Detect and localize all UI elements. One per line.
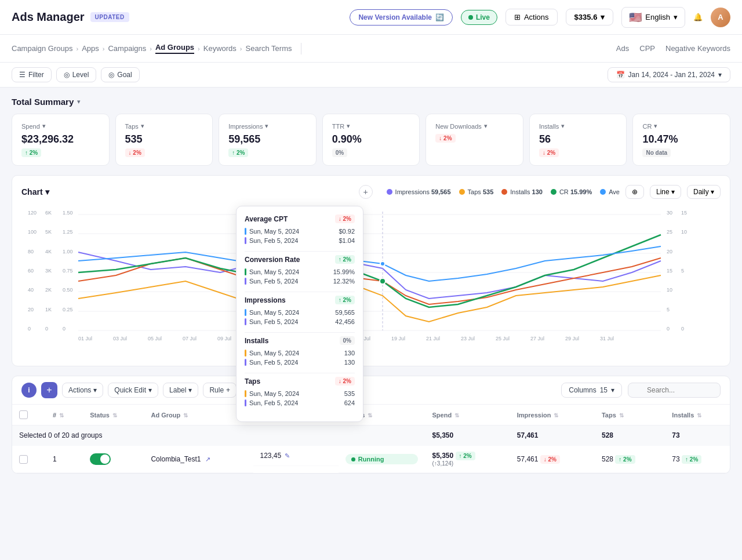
chart-chevron-icon[interactable]: ▾	[45, 187, 49, 197]
search-input[interactable]	[628, 383, 721, 398]
svg-text:29 Jul: 29 Jul	[565, 336, 579, 341]
tooltip-bar-green	[245, 268, 246, 275]
breadcrumb-ad-groups[interactable]: Ad Groups	[155, 43, 194, 54]
level-label: Level	[72, 71, 89, 79]
downloads-chevron-icon[interactable]: ▾	[484, 122, 488, 130]
svg-text:31 Jul: 31 Jul	[600, 336, 614, 341]
add-button[interactable]: +	[41, 382, 57, 398]
row-taps: 528 ↑ 2%	[595, 446, 665, 473]
breadcrumb-campaign-groups[interactable]: Campaign Groups	[12, 44, 73, 53]
installs-chevron-icon[interactable]: ▾	[561, 122, 565, 130]
select-all-checkbox[interactable]	[19, 410, 28, 419]
header-left: Ads Manager UPDATED	[12, 10, 129, 24]
impressions-chevron-icon[interactable]: ▾	[265, 122, 268, 130]
goal-button[interactable]: ◎ Goal	[101, 67, 139, 82]
col-status-toggle: Status ⇅	[83, 405, 144, 426]
sort-num-icon[interactable]: ⇅	[59, 412, 64, 419]
external-link-icon[interactable]: ↗	[205, 456, 210, 463]
chart-section: Chart ▾ + Impressions 59,565 Taps 535	[12, 175, 730, 366]
new-version-button[interactable]: New Version Available 🔄	[350, 9, 453, 26]
col-taps: Taps ⇅	[595, 405, 665, 426]
svg-point-56	[380, 278, 385, 284]
line-view-button[interactable]: Line ▾	[650, 185, 681, 199]
running-dot	[351, 457, 355, 461]
table-actions-label: Actions	[68, 386, 91, 394]
actions-button[interactable]: ⊞ Actions	[505, 9, 558, 26]
notification-bell-icon[interactable]: 🔔	[693, 13, 703, 21]
sort-impression-icon[interactable]: ⇅	[554, 412, 558, 419]
label-button[interactable]: Label ▾	[163, 383, 198, 398]
taps-chevron-icon[interactable]: ▾	[141, 122, 144, 130]
tooltip-avg-cpt-val1: $0.92	[339, 228, 355, 235]
sort-installs-icon[interactable]: ⇅	[697, 412, 701, 419]
breadcrumb-campaigns[interactable]: Campaigns	[108, 44, 146, 53]
chart-tooltip: Average CPT ↓ 2% Sun, May 5, 2024 $0.92	[236, 206, 363, 422]
breadcrumb-apps[interactable]: Apps	[82, 44, 99, 53]
table-actions-button[interactable]: Actions ▾	[62, 383, 103, 398]
row-status: Running	[339, 446, 425, 473]
quick-edit-button[interactable]: Quick Edit ▾	[108, 383, 158, 398]
svg-text:6K: 6K	[45, 210, 52, 216]
avatar-image: A	[711, 8, 730, 27]
language-button[interactable]: 🇺🇸 English ▾	[621, 7, 685, 28]
svg-text:1.50: 1.50	[63, 210, 73, 216]
summary-chevron-icon[interactable]: ▾	[77, 98, 81, 106]
legend-add-button[interactable]: +	[359, 185, 373, 199]
tooltip-bar-blue	[245, 228, 246, 235]
tab-ads[interactable]: Ads	[616, 44, 629, 53]
row-ad-group: Colombia_Test1 ↗	[144, 446, 253, 473]
sort-status2-icon[interactable]: ⇅	[368, 412, 372, 419]
col-installs: Installs ⇅	[665, 405, 730, 426]
zoom-button[interactable]: ⊕	[625, 185, 644, 199]
cr-chevron-icon[interactable]: ▾	[654, 122, 657, 130]
info-button[interactable]: i	[21, 383, 37, 398]
ttr-chevron-icon[interactable]: ▾	[347, 122, 350, 130]
tooltip-section-avg-cpt: Average CPT ↓ 2% Sun, May 5, 2024 $0.92	[245, 214, 355, 245]
selected-total-installs: 73	[665, 426, 730, 446]
status-toggle[interactable]	[90, 453, 111, 465]
row-toggle	[83, 446, 144, 473]
breadcrumb-keywords[interactable]: Keywords	[203, 44, 237, 53]
avatar[interactable]: A	[711, 8, 730, 27]
rule-button[interactable]: Rule +	[203, 383, 237, 398]
daily-button[interactable]: Daily ▾	[687, 185, 721, 199]
filter-button[interactable]: ☰ Filter	[12, 67, 52, 82]
taps-value: 535	[125, 133, 203, 146]
legend-taps-label: Taps 535	[468, 188, 494, 195]
sort-adgroup-icon[interactable]: ⇅	[183, 412, 188, 419]
budget-button[interactable]: $335.6 ▾	[566, 9, 614, 26]
level-button[interactable]: ◎ Level	[56, 67, 97, 82]
tooltip-taps-header: Taps ↓ 2%	[245, 377, 355, 386]
tab-cpp[interactable]: CPP	[639, 44, 655, 53]
sort-status-icon[interactable]: ⇅	[112, 412, 117, 419]
row-num: 1	[46, 446, 83, 473]
breadcrumb-search-terms[interactable]: Search Terms	[246, 44, 292, 53]
toggle-thumb	[100, 454, 110, 464]
tooltip-avg-cpt-row2: Sun, Feb 5, 2024 $1.04	[245, 236, 355, 245]
ad-group-name: Colombia_Test1	[151, 455, 201, 463]
filter-label: Filter	[28, 71, 44, 79]
sort-taps-icon[interactable]: ⇅	[619, 412, 624, 419]
row-select-checkbox[interactable]	[19, 455, 28, 464]
tooltip-conv-date1: Sun, May 5, 2024	[245, 268, 299, 275]
row-bid: 123,45 ✎	[253, 446, 339, 466]
breadcrumb-nav: Campaign Groups › Apps › Campaigns › Ad …	[0, 35, 742, 63]
spend-chevron-icon[interactable]: ▾	[42, 122, 46, 130]
selected-info-text: Selected 0 of 20 ad groups	[12, 426, 253, 446]
legend-dot-impressions	[387, 189, 392, 195]
tooltip-divider-2	[245, 292, 355, 292]
bid-edit-icon[interactable]: ✎	[285, 452, 290, 460]
legend-ave-label: Ave	[609, 188, 620, 195]
date-range-button[interactable]: 📅 Jan 14, 2024 - Jan 21, 2024 ▾	[608, 67, 730, 82]
table-section: i + Actions ▾ Quick Edit ▾ Label ▾ Rule …	[12, 376, 730, 474]
sort-spend-icon[interactable]: ⇅	[454, 412, 459, 419]
svg-point-57	[380, 261, 385, 266]
columns-button[interactable]: Columns 15 ▾	[561, 383, 622, 398]
row-checkbox	[12, 446, 46, 473]
svg-text:0.50: 0.50	[63, 287, 73, 293]
tooltip-conv-row2: Sun, Feb 5, 2024 12.32%	[245, 277, 355, 286]
table-actions-chevron-icon: ▾	[93, 386, 97, 394]
flag-icon: 🇺🇸	[629, 11, 642, 24]
tooltip-avg-cpt-date1-label: Sun, May 5, 2024	[249, 228, 299, 235]
tab-negative-keywords[interactable]: Negative Keywords	[665, 44, 730, 53]
